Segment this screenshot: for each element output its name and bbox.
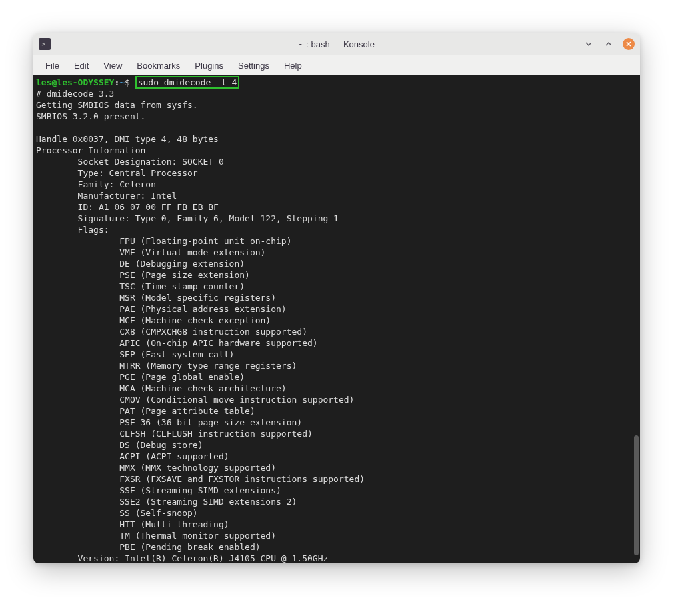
window-title: ~ : bash — Konsole: [299, 39, 375, 49]
menu-view[interactable]: View: [97, 58, 129, 73]
output-line: PSE (Page size extension): [36, 270, 250, 280]
menu-help[interactable]: Help: [277, 58, 309, 73]
output-line: CMOV (Conditional move instruction suppo…: [36, 395, 354, 405]
menu-bookmarks[interactable]: Bookmarks: [130, 58, 187, 73]
prompt-path: ~: [119, 77, 125, 87]
terminal-area[interactable]: les@les-ODYSSEY:~$ sudo dmidecode -t 4 #…: [33, 75, 640, 563]
output-line: HTT (Multi-threading): [36, 519, 229, 529]
app-icon: >_: [39, 38, 51, 50]
output-line: MTRR (Memory type range registers): [36, 361, 297, 371]
output-line: ID: A1 06 07 00 FF FB EB BF: [36, 202, 219, 212]
output-line: TM (Thermal monitor supported): [36, 531, 276, 541]
output-line: Getting SMBIOS data from sysfs.: [36, 100, 198, 110]
output-line: MCE (Machine check exception): [36, 315, 271, 325]
menubar: File Edit View Bookmarks Plugins Setting…: [33, 55, 640, 75]
output-line: PAE (Physical address extension): [36, 304, 287, 314]
output-line: MMX (MMX technology supported): [36, 463, 276, 473]
output-line: SEP (Fast system call): [36, 349, 234, 359]
output-line: PBE (Pending break enabled): [36, 542, 261, 552]
output-line: SS (Self-snoop): [36, 508, 198, 518]
menu-file[interactable]: File: [39, 58, 66, 73]
output-line: Type: Central Processor: [36, 168, 198, 178]
output-line: Processor Information: [36, 145, 145, 155]
window-controls: [583, 38, 635, 50]
minimize-button[interactable]: [583, 38, 595, 50]
prompt-userhost: les@les-ODYSSEY: [36, 77, 114, 87]
output-line: Handle 0x0037, DMI type 4, 48 bytes: [36, 134, 219, 144]
output-line: DE (Debugging extension): [36, 259, 245, 269]
output-line: FPU (Floating-point unit on-chip): [36, 236, 292, 246]
output-line: PSE-36 (36-bit page size extension): [36, 417, 302, 427]
output-line: Version: Intel(R) Celeron(R) J4105 CPU @…: [36, 553, 328, 563]
output-line: MSR (Model specific registers): [36, 293, 276, 303]
output-line: Socket Designation: SOCKET 0: [36, 157, 224, 167]
output-line: SSE2 (Streaming SIMD extensions 2): [36, 497, 297, 507]
output-line: CLFSH (CLFLUSH instruction supported): [36, 429, 313, 439]
output-line: Flags:: [36, 225, 109, 235]
konsole-window: >_ ~ : bash — Konsole File Edit View Boo…: [33, 33, 640, 563]
titlebar[interactable]: >_ ~ : bash — Konsole: [33, 33, 640, 55]
output-line: FXSR (FXSAVE and FXSTOR instructions sup…: [36, 474, 365, 484]
output-line: PGE (Page global enable): [36, 372, 245, 382]
output-line: APIC (On-chip APIC hardware supported): [36, 338, 318, 348]
output-line: VME (Virtual mode extension): [36, 247, 265, 257]
scrollbar-thumb[interactable]: [634, 435, 639, 555]
output-line: CX8 (CMPXCHG8 instruction supported): [36, 327, 307, 337]
output-line: Manufacturer: Intel: [36, 191, 177, 201]
output-line: Signature: Type 0, Family 6, Model 122, …: [36, 213, 339, 223]
output-line: ACPI (ACPI supported): [36, 451, 229, 461]
output-line: SSE (Streaming SIMD extensions): [36, 485, 281, 495]
command-highlight: sudo dmidecode -t 4: [135, 76, 240, 89]
output-line: MCA (Machine check architecture): [36, 383, 287, 393]
output-line: PAT (Page attribute table): [36, 406, 255, 416]
output-line: SMBIOS 3.2.0 present.: [36, 111, 145, 121]
maximize-button[interactable]: [603, 38, 615, 50]
close-button[interactable]: [623, 38, 635, 50]
output-line: # dmidecode 3.3: [36, 89, 114, 99]
menu-edit[interactable]: Edit: [67, 58, 95, 73]
output-line: DS (Debug store): [36, 440, 203, 450]
prompt-dollar: $: [125, 77, 130, 87]
output-line: Family: Celeron: [36, 179, 156, 189]
menu-plugins[interactable]: Plugins: [188, 58, 230, 73]
output-line: TSC (Time stamp counter): [36, 281, 245, 291]
menu-settings[interactable]: Settings: [231, 58, 276, 73]
